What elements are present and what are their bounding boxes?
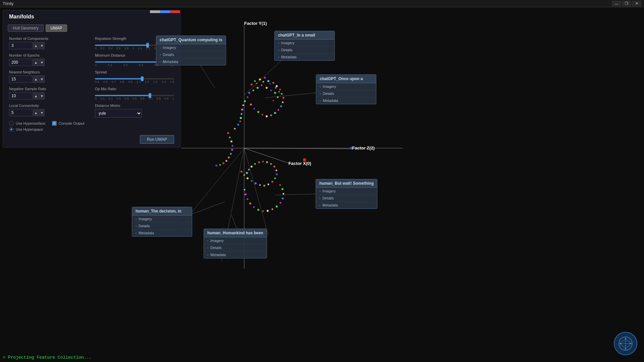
svg-point-103 — [240, 117, 242, 119]
svg-point-17 — [267, 80, 269, 82]
spread-thumb[interactable] — [141, 76, 144, 81]
node-card-quantum-details[interactable]: › Details — [156, 51, 226, 58]
node-card-decision-details[interactable]: › Details — [132, 223, 192, 230]
nearest-neighbors-up[interactable]: ▲ — [33, 75, 39, 83]
tab-umap[interactable]: UMAP — [46, 24, 67, 32]
op-mix-ratio-thumb[interactable] — [149, 93, 151, 98]
num-components-up[interactable]: ▲ — [33, 42, 39, 49]
node-card-inasmall-details[interactable]: › Details — [275, 47, 334, 54]
spread-slider[interactable]: 0.50.60.70.80.91.11.21.31.41.5 — [95, 75, 174, 83]
svg-point-30 — [243, 105, 244, 106]
local-connectivity-up[interactable]: ▲ — [33, 109, 39, 116]
num-components-down[interactable]: ▼ — [39, 42, 45, 49]
use-hyperspace-radio[interactable] — [9, 127, 14, 132]
local-connectivity-down[interactable]: ▼ — [39, 109, 45, 116]
run-umap-button[interactable]: Run UMAP — [140, 135, 174, 144]
maximize-button[interactable]: ❐ — [622, 1, 631, 7]
svg-point-114 — [620, 343, 621, 344]
node-card-onceupona-details[interactable]: › Details — [316, 90, 376, 97]
console-output-row: Console Output — [52, 121, 84, 126]
tab-hull-geometry[interactable]: Hull Geometry — [8, 24, 44, 32]
spread-track — [95, 78, 174, 79]
chevron-icon: › — [319, 196, 320, 200]
node-card-onceupona-metadata[interactable]: › Metadata — [316, 97, 376, 104]
num-components-input[interactable] — [9, 42, 33, 49]
num-epochs-down[interactable]: ▼ — [39, 59, 45, 66]
svg-point-87 — [245, 193, 247, 195]
num-epochs-input[interactable] — [9, 59, 33, 66]
svg-point-89 — [227, 132, 229, 134]
nearest-neighbors-down[interactable]: ▼ — [39, 75, 45, 83]
console-output-check[interactable] — [52, 121, 57, 126]
svg-point-60 — [268, 184, 269, 185]
svg-point-23 — [266, 87, 268, 89]
svg-point-75 — [281, 188, 283, 190]
negative-sample-rate-group: Negative Sample Rate ▲ ▼ — [9, 87, 88, 100]
svg-point-14 — [254, 80, 256, 82]
svg-point-92 — [232, 145, 233, 147]
node-card-humankind-details[interactable]: › Details — [204, 244, 267, 251]
axis-label-x: Factor X(0) — [288, 161, 311, 166]
logo-icon — [617, 335, 634, 352]
panel-title: Manifolds — [6, 14, 177, 20]
svg-point-22 — [270, 90, 272, 92]
svg-point-29 — [244, 100, 246, 102]
use-hypersurface-radio[interactable] — [9, 121, 14, 126]
node-card-quantum-metadata[interactable]: › Metadata — [156, 58, 226, 65]
svg-point-97 — [222, 162, 224, 164]
svg-point-20 — [279, 89, 281, 90]
node-card-onceupona-imagery[interactable]: › Imagery — [316, 83, 376, 90]
svg-point-51 — [277, 97, 279, 98]
svg-point-25 — [257, 87, 259, 89]
chevron-icon: › — [160, 46, 161, 50]
svg-point-46 — [256, 83, 257, 84]
node-card-butwait-details[interactable]: › Details — [316, 195, 377, 202]
svg-point-70 — [254, 163, 256, 165]
node-card-butwait-metadata[interactable]: › Metadata — [316, 202, 377, 208]
main-area: Manifolds Hull Geometry UMAP Number of C… — [0, 7, 644, 362]
svg-point-13 — [251, 83, 253, 85]
node-card-humankind-imagery[interactable]: › Imagery — [204, 237, 267, 244]
svg-point-74 — [279, 184, 281, 186]
options-row: Use Hypersurface Console Output Use Hype… — [6, 118, 177, 132]
chevron-icon: › — [320, 85, 321, 88]
node-card-inasmall-metadata[interactable]: › Metadata — [275, 54, 334, 60]
node-card-decision-metadata[interactable]: › Metadata — [132, 230, 192, 236]
num-epochs-up[interactable]: ▲ — [33, 59, 39, 66]
local-connectivity-input[interactable] — [9, 109, 33, 116]
node-card-quantum-title: chatGPT_Quantum computing is — [156, 36, 226, 44]
negative-sample-rate-down[interactable]: ▼ — [39, 92, 45, 100]
nearest-neighbors-input[interactable] — [9, 75, 33, 83]
repulsion-strength-thumb[interactable] — [146, 43, 149, 48]
close-button[interactable]: ✕ — [632, 1, 641, 7]
chevron-icon: › — [136, 231, 137, 235]
use-hyperspace-row: Use Hyperspace — [9, 127, 174, 132]
node-card-butwait-title: human_But wait! Something — [316, 179, 377, 188]
node-card-decision-imagery[interactable]: › Imagery — [132, 216, 192, 223]
svg-point-21 — [274, 92, 276, 94]
node-card-humankind-metadata[interactable]: › Metadata — [204, 251, 267, 258]
left-panel: Manifolds Hull Geometry UMAP Number of C… — [3, 10, 180, 147]
distance-metric-group: Distance Metric euclidean manhattan cosi… — [95, 104, 174, 118]
titlebar: Trinity — ❐ ✕ — [0, 0, 644, 7]
op-mix-ratio-slider[interactable]: 00.10.20.30.40.50.60.70.80.91 — [95, 92, 174, 100]
node-card-quantum-imagery[interactable]: › Imagery — [156, 44, 226, 51]
svg-point-91 — [230, 140, 232, 142]
axis-label-z: Factor Z(2) — [352, 145, 375, 150]
minimize-button[interactable]: — — [612, 1, 621, 7]
negative-sample-rate-up[interactable]: ▲ — [33, 92, 39, 100]
chevron-icon: › — [160, 53, 161, 57]
svg-point-50 — [278, 91, 280, 93]
chevron-icon: › — [207, 246, 208, 250]
negative-sample-rate-input-row: ▲ ▼ — [9, 92, 88, 100]
svg-point-16 — [264, 77, 266, 79]
distance-metric-select[interactable]: euclidean manhattan cosine yule — [95, 109, 142, 118]
node-card-inasmall-imagery[interactable]: › Imagery — [275, 40, 334, 47]
negative-sample-rate-input[interactable] — [9, 92, 33, 100]
node-card-butwait: human_But wait! Something › Imagery › De… — [316, 179, 377, 209]
node-card-butwait-imagery[interactable]: › Imagery — [316, 188, 377, 195]
terminal-text: Projecting Feature Collection... — [5, 355, 92, 360]
svg-point-76 — [283, 193, 284, 195]
svg-point-28 — [247, 97, 249, 98]
nearest-neighbors-group: Nearest Neighbors ▲ ▼ — [9, 70, 88, 83]
